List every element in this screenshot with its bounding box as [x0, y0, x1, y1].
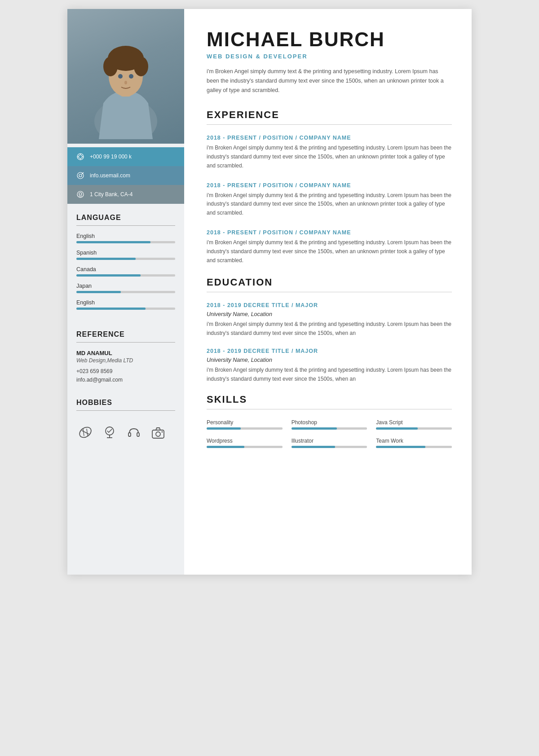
language-bar-fill	[76, 258, 136, 260]
svg-point-10	[124, 81, 127, 84]
education-entry: 2018 - 2019 DECREE TITLE / MAJOR Univers…	[207, 348, 452, 384]
skill-bar-fill	[207, 446, 244, 448]
skill-label: Team Work	[376, 438, 452, 444]
experience-entry-body: i'm Broken Angel simply dummy text & the…	[207, 238, 452, 265]
svg-point-12	[79, 155, 82, 158]
phone-item: +000 99 19 000 k	[67, 147, 184, 166]
skills-section: SKILLS Personality Photoshop Java Script…	[207, 394, 452, 448]
skill-bar-fill	[376, 427, 418, 430]
svg-point-8	[118, 74, 123, 79]
experience-entry-title: 2018 - PRESENT / POSITION / COMPANY NAME	[207, 229, 452, 236]
education-entry-title: 2018 - 2019 DECREE TITLE / MAJOR	[207, 348, 452, 354]
experience-entry: 2018 - PRESENT / POSITION / COMPANY NAME…	[207, 182, 452, 218]
language-bar-container	[76, 291, 175, 293]
education-entry-subtitle: University Name, Location	[207, 311, 452, 317]
skill-bar-fill	[376, 446, 425, 448]
language-label: Spanish	[76, 250, 175, 256]
skill-bar-container	[207, 446, 283, 448]
reference-email: info.ad@gmail.com	[76, 376, 175, 384]
education-entry-body: i'm Broken Angel simply dummy text & the…	[207, 366, 452, 384]
svg-point-33	[162, 431, 163, 433]
skill-bar-fill	[292, 427, 337, 430]
svg-rect-30	[137, 433, 139, 436]
svg-line-23	[82, 431, 89, 434]
language-bar-container	[76, 241, 175, 243]
experience-heading: EXPERIENCE	[207, 109, 452, 121]
education-list: 2018 - 2019 DECREE TITLE / MAJOR Univers…	[207, 302, 452, 383]
skill-bar-container	[207, 427, 283, 430]
experience-entry-title: 2018 - PRESENT / POSITION / COMPANY NAME	[207, 182, 452, 189]
experience-entry: 2018 - PRESENT / POSITION / COMPANY NAME…	[207, 135, 452, 170]
skill-bar-container	[292, 427, 367, 430]
experience-entry: 2018 - PRESENT / POSITION / COMPANY NAME…	[207, 229, 452, 265]
svg-point-7	[128, 51, 141, 67]
language-bar-fill	[76, 241, 150, 243]
education-heading: EDUCATION	[207, 277, 452, 288]
skill-item: Team Work	[376, 438, 452, 448]
reference-phone: +023 659 8569	[76, 367, 175, 376]
svg-point-32	[156, 432, 160, 436]
experience-section: EXPERIENCE 2018 - PRESENT / POSITION / C…	[207, 109, 452, 265]
experience-entry-body: i'm Broken Angel simply dummy text & the…	[207, 144, 452, 170]
svg-point-9	[129, 74, 133, 79]
language-item: Spanish	[76, 250, 175, 260]
address-icon	[75, 189, 85, 199]
svg-line-25	[87, 429, 88, 436]
language-title: LANGUAGE	[76, 214, 175, 222]
skill-label: Photoshop	[292, 419, 367, 426]
language-label: Canada	[76, 266, 175, 273]
experience-entry-body: i'm Broken Angel simply dummy text & the…	[207, 191, 452, 218]
language-list: English Spanish Canada Japan English	[76, 233, 175, 310]
award-icon	[101, 423, 119, 441]
svg-point-21	[79, 193, 82, 195]
language-label: Japan	[76, 283, 175, 289]
address-item: 1 City Bank, CA-4	[67, 185, 184, 204]
person-name: MICHAEL BURCH	[207, 29, 452, 50]
skill-label: Illustrator	[292, 438, 367, 444]
skill-item: Java Script	[376, 419, 452, 430]
education-entry-subtitle: University Name, Location	[207, 357, 452, 363]
phone-value: +000 99 19 000 k	[90, 154, 132, 160]
language-bar-container	[76, 274, 175, 277]
hobbies-section: HOBBIES	[67, 389, 184, 418]
sidebar: +000 99 19 000 k info.usemail.com	[67, 9, 184, 575]
headphone-icon	[125, 423, 143, 441]
language-bar-container	[76, 308, 175, 310]
header: MICHAEL BURCH WEB DESIGN & DEVELOPER i'm…	[207, 29, 452, 95]
language-divider	[76, 225, 175, 226]
skills-heading: SKILLS	[207, 394, 452, 405]
skill-item: Personality	[207, 419, 283, 430]
language-item: English	[76, 233, 175, 243]
skill-bar-fill	[207, 427, 241, 430]
resume-container: +000 99 19 000 k info.usemail.com	[67, 9, 472, 575]
skill-item: Illustrator	[292, 438, 367, 448]
skill-bar-container	[376, 427, 452, 430]
main-content: MICHAEL BURCH WEB DESIGN & DEVELOPER i'm…	[184, 9, 472, 575]
reference-company: Web Design,Media LTD	[76, 357, 175, 364]
svg-point-6	[110, 51, 123, 67]
skill-bar-container	[376, 446, 452, 448]
language-item: Canada	[76, 266, 175, 277]
education-section: EDUCATION 2018 - 2019 DECREE TITLE / MAJ…	[207, 277, 452, 383]
hobbies-title: HOBBIES	[76, 399, 175, 407]
experience-divider	[207, 124, 452, 125]
profile-photo	[67, 9, 184, 144]
language-item: Japan	[76, 283, 175, 293]
education-divider	[207, 292, 452, 292]
svg-line-24	[83, 429, 84, 436]
language-label: English	[76, 233, 175, 239]
skill-item: Wordpress	[207, 438, 283, 448]
skills-grid: Personality Photoshop Java Script Wordpr…	[207, 419, 452, 448]
language-section: LANGUAGE English Spanish Canada Japan En…	[67, 204, 184, 321]
person-title: WEB DESIGN & DEVELOPER	[207, 53, 452, 60]
skill-label: Wordpress	[207, 438, 283, 444]
person-intro: i'm Broken Angel simply dummy text & the…	[207, 67, 452, 95]
experience-entry-title: 2018 - PRESENT / POSITION / COMPANY NAME	[207, 135, 452, 141]
email-icon	[75, 171, 85, 180]
phone-icon	[75, 152, 85, 162]
svg-rect-29	[128, 433, 131, 436]
skill-label: Personality	[207, 419, 283, 426]
skill-label: Java Script	[376, 419, 452, 426]
hobbies-icons	[67, 418, 184, 450]
language-label: English	[76, 299, 175, 306]
